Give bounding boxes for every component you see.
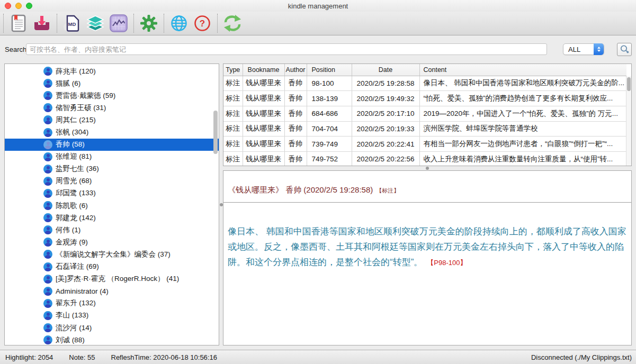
tree-item-author[interactable]: 贾雷德·戴蒙德 (59) — [5, 89, 219, 102]
tree-item-author[interactable]: 周其仁 (215) — [5, 114, 219, 126]
table-cell[interactable]: 钱从哪里来 — [243, 91, 284, 106]
table-cell[interactable]: 2020/2/5 20:17:10 — [352, 106, 419, 121]
table-cell[interactable]: 138-139 — [307, 91, 352, 106]
tree-item-author[interactable]: 猫腻 (6) — [5, 77, 219, 89]
column-header-type[interactable]: Type — [223, 64, 243, 76]
tree-item-author[interactable]: 金观涛 (9) — [5, 236, 219, 248]
tree-item-author[interactable]: 香帅 (58) — [5, 139, 219, 151]
table-cell[interactable]: 2020/2/5 19:28:58 — [352, 76, 419, 91]
sync-button[interactable] — [221, 13, 244, 34]
table-cell[interactable]: 香帅 — [284, 151, 307, 166]
column-header-content[interactable]: Content — [419, 64, 626, 76]
table-cell[interactable]: 749-752 — [307, 151, 352, 166]
column-header-author[interactable]: Author — [284, 64, 307, 76]
person-icon — [43, 238, 52, 247]
settings-button[interactable] — [137, 13, 160, 34]
tree-item-author[interactable]: 薛兆丰 (120) — [5, 65, 219, 77]
table-cell[interactable]: 2020/2/5 19:49:32 — [352, 91, 419, 106]
tree-item-author[interactable]: 李山 (133) — [5, 310, 219, 322]
vertical-splitter-handle[interactable] — [220, 203, 223, 206]
table-cell[interactable]: 有相当一部分网友一边倒地声讨患者，“白眼狼”“倒打一耙”“... — [419, 136, 626, 152]
statistics-button[interactable] — [107, 13, 130, 34]
tree-item-author[interactable]: 刘诚 (88) — [5, 334, 219, 345]
tree-item-author[interactable]: Administrator (4) — [5, 285, 219, 297]
table-cell[interactable]: 2019—2020年，中国进入了一个“怕死、爱美、孤独”的 万元... — [419, 106, 626, 121]
table-cell[interactable]: 标注 — [223, 91, 243, 106]
person-icon — [43, 213, 52, 222]
table-row[interactable]: 标注钱从哪里来香帅749-7522020/2/5 20:22:56收入上升意味着… — [223, 151, 626, 166]
table-cell[interactable]: 标注 — [223, 76, 243, 91]
table-cell[interactable]: 香帅 — [284, 91, 307, 106]
table-cell[interactable]: 收入上升意味着消费从注重数量转向注重质量，从“使用”转... — [419, 151, 626, 166]
tree-item-label: 张维迎 (81) — [56, 152, 92, 161]
table-cell[interactable]: 香帅 — [284, 106, 307, 121]
author-tree-panel: 薛兆丰 (120) 猫腻 (6) 贾雷德·戴蒙德 (59) 储智勇王硕 (31)… — [4, 63, 219, 345]
tree-item-author[interactable]: 盐野七生 (36) — [5, 163, 219, 175]
author-tree: 薛兆丰 (120) 猫腻 (6) 贾雷德·戴蒙德 (59) 储智勇王硕 (31)… — [5, 64, 219, 345]
table-cell[interactable]: 标注 — [223, 106, 243, 121]
table-row[interactable]: 标注钱从哪里来香帅739-7492020/2/5 20:22:41有相当一部分网… — [223, 136, 626, 152]
tree-item-author[interactable]: 张维迎 (81) — [5, 151, 219, 163]
table-cell[interactable]: 钱从哪里来 — [243, 151, 284, 166]
table-cell[interactable]: 香帅 — [284, 136, 307, 152]
tree-item-author[interactable]: 《新编说文解字大全集》编委会 (37) — [5, 248, 219, 260]
table-cell[interactable]: 739-749 — [307, 136, 352, 152]
tree-item-label: 薛兆丰 (120) — [56, 67, 96, 76]
table-cell[interactable]: 标注 — [223, 151, 243, 166]
table-row[interactable]: 标注钱从哪里来香帅684-6862020/2/5 20:17:102019—20… — [223, 106, 626, 121]
table-cell[interactable]: 滨州医学院、蚌埠医学院等普通学校 — [419, 121, 626, 136]
table-cell[interactable]: 2020/2/5 20:19:33 — [352, 121, 419, 136]
tree-item-author[interactable]: 陈凯歌 (6) — [5, 199, 219, 212]
table-cell[interactable]: 像日本、 韩国和中国香港等国家和地区顺利突破万元美金的阶... — [419, 76, 626, 91]
tree-item-author[interactable]: 何伟 (1) — [5, 224, 219, 236]
layers-button[interactable] — [84, 13, 107, 34]
tree-scrollbar-thumb[interactable] — [213, 111, 218, 154]
search-button[interactable] — [617, 43, 632, 56]
status-highlight-count: Hightlight: 2054 — [5, 353, 53, 361]
tree-item-author[interactable]: [美]罗杰·R·霍克 （RogerR.Hock） (41) — [5, 273, 219, 285]
table-cell[interactable]: “怕死、爱美、孤独”的消费趋势创造了更多有长期复利效应... — [419, 91, 626, 106]
column-header-position[interactable]: Position — [307, 64, 352, 76]
horizontal-splitter-handle[interactable] — [426, 167, 429, 170]
tree-item-author[interactable]: 邱国鹭 (133) — [5, 187, 219, 199]
tree-item-author[interactable]: 石磊译注 (69) — [5, 261, 219, 273]
table-row[interactable]: 标注钱从哪里来香帅704-7042020/2/5 20:19:33滨州医学院、蚌… — [223, 121, 626, 136]
tree-item-author[interactable]: 流沙河 (14) — [5, 322, 219, 334]
tree-item-author[interactable]: 张帆 (304) — [5, 126, 219, 138]
search-input[interactable] — [26, 43, 547, 55]
web-button[interactable] — [167, 13, 191, 34]
status-reflesh-time: RefleshTime: 2020-06-18 10:56:16 — [111, 353, 217, 361]
table-cell[interactable]: 钱从哪里来 — [243, 136, 284, 152]
table-cell[interactable]: 钱从哪里来 — [243, 106, 284, 121]
tree-item-label: 《新编说文解字大全集》编委会 (37) — [56, 250, 171, 259]
table-scrollbar[interactable] — [626, 76, 631, 166]
table-cell[interactable]: 2020/2/5 20:22:56 — [352, 151, 419, 166]
tree-item-author[interactable]: 郭建龙 (142) — [5, 212, 219, 224]
table-cell[interactable]: 标注 — [223, 136, 243, 152]
table-scrollbar-thumb[interactable] — [627, 77, 631, 91]
table-row[interactable]: 标注钱从哪里来香帅98-1002020/2/5 19:28:58像日本、 韩国和… — [223, 76, 626, 91]
table-cell[interactable]: 704-704 — [307, 121, 352, 136]
tree-item-author[interactable]: 储智勇王硕 (31) — [5, 102, 219, 114]
tree-item-author[interactable]: 翟东升 (132) — [5, 297, 219, 310]
import-button[interactable] — [30, 13, 53, 34]
notebook-button[interactable] — [7, 13, 30, 34]
markdown-export-button[interactable]: MD — [60, 13, 84, 34]
table-row[interactable]: 标注钱从哪里来香帅138-1392020/2/5 19:49:32“怕死、爱美、… — [223, 91, 626, 106]
table-cell[interactable]: 钱从哪里来 — [243, 121, 284, 136]
person-icon — [43, 225, 52, 234]
help-button[interactable]: ? — [191, 13, 214, 34]
table-cell[interactable]: 标注 — [223, 121, 243, 136]
tree-item-author[interactable]: 周雪光 (68) — [5, 175, 219, 187]
column-header-date[interactable]: Date — [352, 64, 419, 76]
table-cell[interactable]: 钱从哪里来 — [243, 76, 284, 91]
filter-select[interactable]: ALL — [563, 43, 604, 55]
table-cell[interactable]: 98-100 — [307, 76, 352, 91]
table-cell[interactable]: 2020/2/5 20:22:41 — [352, 136, 419, 152]
table-cell[interactable]: 684-686 — [307, 106, 352, 121]
table-cell[interactable]: 香帅 — [284, 121, 307, 136]
person-icon — [43, 299, 52, 308]
table-cell[interactable]: 香帅 — [284, 76, 307, 91]
column-header-bookname[interactable]: Bookname — [243, 64, 284, 76]
statistics-icon — [110, 14, 128, 32]
